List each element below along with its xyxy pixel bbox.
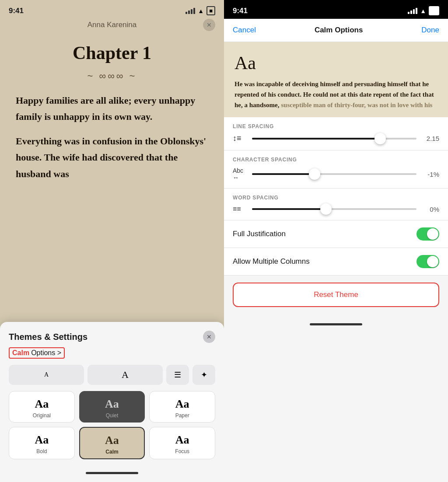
theme-paper-label: Aa [175, 398, 189, 411]
book-header: Anna Karenina ✕ [0, 19, 224, 34]
full-justification-label: Full Justification [233, 230, 286, 238]
theme-calm-name: Calm [105, 449, 118, 455]
theme-calm[interactable]: Aa Calm [79, 427, 145, 459]
left-status-bar: 9:41 ▲ ■ [0, 0, 224, 19]
home-indicator-left [86, 472, 138, 474]
preview-faded-text: susceptible man of thirty-four, was not … [281, 101, 432, 108]
paragraph-2: Everything was in confusion in the Oblon… [16, 133, 208, 182]
cancel-button[interactable]: Cancel [233, 26, 256, 35]
theme-original-label: Aa [35, 398, 49, 411]
done-button[interactable]: Done [421, 26, 439, 35]
sheet-title: Themes & Settings [9, 332, 88, 342]
sheet-close-button[interactable]: ✕ [203, 331, 215, 343]
right-panel: 9:41 ▲ ■ Cancel Calm Options Done Aa He … [224, 0, 448, 482]
reset-theme-button[interactable]: Reset Theme [233, 283, 439, 307]
left-time: 9:41 [9, 7, 24, 15]
character-spacing-thumb[interactable] [309, 168, 320, 180]
character-spacing-icon: Abc↔ [233, 167, 247, 181]
right-status-icons: ▲ ■ [408, 6, 439, 15]
theme-bold[interactable]: Aa Bold [9, 427, 75, 459]
line-spacing-section: LINE SPACING ↕≡ 2.15 [224, 117, 448, 150]
font-increase-button[interactable]: A [88, 365, 163, 385]
theme-quiet-label: Aa [105, 398, 119, 411]
theme-calm-label: Aa [105, 434, 119, 447]
theme-focus[interactable]: Aa Focus [149, 427, 215, 459]
theme-bold-label: Aa [35, 433, 49, 447]
right-battery-icon: ■ [429, 6, 439, 15]
character-spacing-fill [252, 173, 315, 175]
signal-bars-icon [186, 8, 195, 14]
theme-focus-label: Aa [175, 433, 189, 447]
preview-text: He was incapable of deceiving himself an… [234, 79, 438, 110]
left-status-icons: ▲ ■ [186, 6, 215, 15]
character-spacing-section: CHARACTER SPACING Abc↔ -1% [224, 150, 448, 189]
theme-quiet-name: Quiet [106, 412, 119, 419]
character-spacing-track[interactable] [252, 173, 416, 175]
word-spacing-track[interactable] [252, 208, 416, 210]
full-justification-thumb [427, 228, 438, 240]
right-status-bar: 9:41 ▲ ■ [224, 0, 448, 19]
right-wifi-icon: ▲ [420, 7, 426, 14]
word-spacing-label: WORD SPACING [224, 189, 448, 203]
brightness-button[interactable]: ✦ [192, 365, 215, 385]
line-spacing-icon: ↕≡ [233, 134, 247, 143]
bottom-indicator-left [9, 463, 215, 478]
bottom-indicator-right [224, 314, 448, 329]
theme-list-button[interactable]: ☰ [166, 365, 189, 385]
line-spacing-fill [252, 138, 380, 140]
line-spacing-track[interactable] [252, 138, 416, 140]
word-spacing-fill [252, 208, 326, 210]
line-spacing-value: 2.15 [422, 135, 439, 142]
word-spacing-section: WORD SPACING ≡≡ 0% [224, 189, 448, 220]
nav-title: Calm Options [315, 26, 363, 35]
calm-label: Calm [12, 349, 29, 357]
preview-aa: Aa [234, 52, 438, 73]
allow-multiple-columns-thumb [427, 256, 438, 267]
word-spacing-thumb[interactable] [320, 203, 332, 215]
theme-bold-name: Bold [36, 448, 47, 454]
word-spacing-slider-row: ≡≡ 0% [224, 203, 448, 220]
character-spacing-value: -1% [422, 171, 439, 178]
theme-original-name: Original [33, 412, 51, 419]
book-title: Anna Karenina [88, 21, 136, 29]
settings-scroll[interactable]: LINE SPACING ↕≡ 2.15 CHARACTER SPACING A… [224, 117, 448, 482]
theme-paper-name: Paper [175, 412, 189, 419]
wifi-icon: ▲ [198, 7, 204, 14]
left-panel: 9:41 ▲ ■ Anna Karenina ✕ Chapter 1 ~ ∞∞∞… [0, 0, 224, 482]
close-icon: ✕ [206, 333, 212, 340]
theme-quiet[interactable]: Aa Quiet [79, 391, 145, 423]
character-spacing-slider-row: Abc↔ -1% [224, 165, 448, 188]
themes-grid: Aa Original Aa Quiet Aa Paper Aa Bold Aa… [9, 391, 215, 459]
options-label: Options > [31, 349, 61, 357]
line-spacing-slider-row: ↕≡ 2.15 [224, 132, 448, 150]
allow-multiple-columns-row: Allow Multiple Columns [224, 248, 448, 276]
close-icon: ✕ [206, 21, 212, 28]
allow-multiple-columns-toggle[interactable] [416, 255, 439, 268]
full-justification-toggle[interactable] [416, 227, 439, 241]
word-spacing-value: 0% [422, 206, 439, 213]
line-spacing-label: LINE SPACING [224, 117, 448, 132]
character-spacing-label: CHARACTER SPACING [224, 150, 448, 165]
font-size-controls: A A ☰ ✦ [9, 365, 215, 385]
allow-multiple-columns-label: Allow Multiple Columns [233, 257, 310, 266]
line-spacing-thumb[interactable] [374, 133, 386, 144]
home-indicator-right [310, 323, 362, 325]
full-justification-row: Full Justification [224, 220, 448, 248]
theme-focus-name: Focus [175, 448, 189, 454]
left-close-button[interactable]: ✕ [203, 19, 215, 31]
font-decrease-button[interactable]: A [9, 365, 84, 385]
calm-options-row[interactable]: Calm Options > [9, 347, 65, 359]
right-signal-bars-icon [408, 8, 417, 14]
themes-settings-sheet: Themes & Settings ✕ Calm Options > A A ☰… [0, 322, 224, 482]
paragraph-1: Happy families are all alike; every unha… [16, 92, 208, 125]
word-spacing-icon: ≡≡ [233, 205, 247, 213]
right-nav-bar: Cancel Calm Options Done [224, 19, 448, 42]
theme-original[interactable]: Aa Original [9, 391, 75, 423]
chapter-title: Chapter 1 [16, 42, 208, 63]
right-time: 9:41 [233, 7, 248, 15]
sheet-header: Themes & Settings ✕ [9, 331, 215, 343]
battery-icon: ■ [206, 6, 215, 15]
right-preview: Aa He was incapable of deceiving himself… [224, 42, 448, 117]
theme-paper[interactable]: Aa Paper [149, 391, 215, 423]
chapter-divider: ~ ∞∞∞ ~ [16, 70, 208, 82]
